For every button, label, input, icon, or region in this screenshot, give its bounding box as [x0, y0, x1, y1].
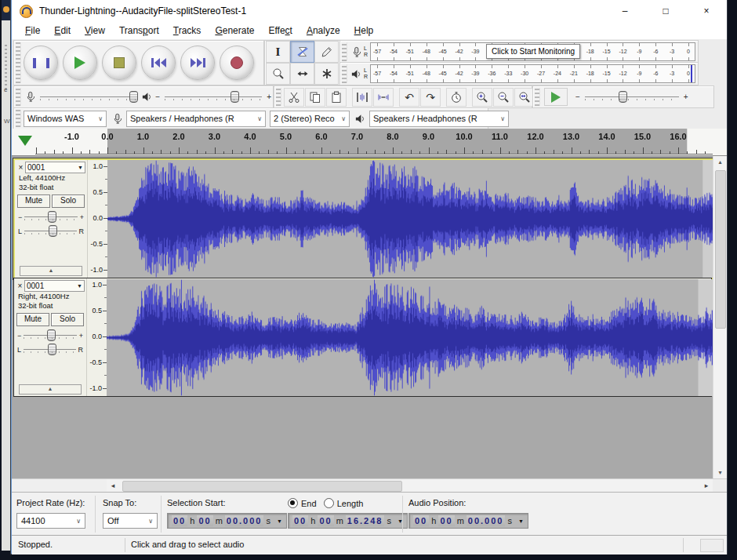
redo-button[interactable]: ↷ — [420, 88, 441, 107]
menu-tracks[interactable]: Tracks — [166, 24, 209, 38]
undo-button[interactable]: ↶ — [399, 88, 419, 107]
close-button[interactable]: × — [686, 0, 727, 22]
slider-thumb[interactable] — [48, 344, 56, 355]
scroll-up-button[interactable]: ▴ — [713, 156, 727, 169]
pan-slider[interactable] — [24, 227, 76, 235]
solo-button[interactable]: Solo — [52, 195, 85, 208]
collapse-track-button[interactable]: ▲ — [20, 266, 82, 276]
menu-file[interactable]: File — [18, 24, 47, 38]
track-name-menu[interactable]: 0001▼ — [24, 280, 85, 292]
menu-transport[interactable]: Transport — [112, 24, 166, 38]
waveform-right[interactable] — [107, 279, 721, 396]
playback-meter-toolbar[interactable]: L R -57-54-51-48-45-42-39-36-33-30-27-24… — [339, 62, 699, 85]
vertical-scale-ruler[interactable]: 1.00.50.0-0.5-1.0 — [87, 160, 107, 278]
play-at-speed-button[interactable] — [544, 88, 568, 106]
selection-end-field[interactable]: 00h 00m 16.248s ▼ — [288, 513, 408, 529]
menu-view[interactable]: View — [78, 24, 112, 38]
waveform-left[interactable] — [107, 160, 726, 278]
skip-to-start-button[interactable] — [141, 45, 176, 80]
toolbar-grabber[interactable] — [16, 110, 21, 127]
maximize-button[interactable]: □ — [645, 0, 686, 22]
scroll-right-button[interactable]: ▸ — [700, 479, 713, 493]
toolbar-grabber[interactable] — [276, 88, 281, 106]
dropdown-icon[interactable]: ▼ — [277, 518, 282, 524]
gain-slider[interactable] — [24, 213, 77, 220]
selection-tool-button[interactable]: I — [266, 41, 290, 63]
audio-track-left[interactable]: × 0001▼ Left, 44100Hz 32-bit float Mute … — [13, 158, 713, 279]
silence-audio-button[interactable] — [373, 88, 394, 107]
scroll-left-button[interactable]: ◂ — [107, 479, 119, 493]
pause-button[interactable] — [24, 45, 58, 80]
track-close-button[interactable]: × — [16, 282, 24, 290]
play-button[interactable] — [63, 45, 97, 80]
gain-slider[interactable] — [24, 332, 76, 339]
paste-button[interactable] — [326, 88, 347, 107]
copy-button[interactable] — [305, 88, 325, 107]
menu-help[interactable]: Help — [347, 24, 381, 38]
draw-tool-button[interactable] — [314, 41, 339, 63]
monitoring-tooltip[interactable]: Click to Start Monitoring — [486, 44, 580, 59]
title-bar[interactable]: Thunder-Lightning--AudacityFile-splitSte… — [12, 0, 727, 22]
toolbar-grabber[interactable] — [16, 42, 21, 83]
mute-button[interactable]: Mute — [16, 313, 49, 326]
audio-position-field[interactable]: 00h 00m 00.000s ▼ — [408, 513, 528, 529]
horizontal-scrollbar[interactable]: ◂ ▸ — [107, 479, 713, 493]
scroll-down-button[interactable]: ▾ — [713, 467, 727, 479]
slider-thumb[interactable] — [47, 329, 56, 341]
menu-generate[interactable]: Generate — [208, 24, 261, 38]
envelope-tool-button[interactable] — [290, 41, 314, 63]
track-name-menu[interactable]: 0001▼ — [25, 162, 85, 173]
audio-track-right[interactable]: × 0001▼ Right, 44100Hz 32-bit float Mute… — [13, 278, 712, 397]
project-rate-select[interactable]: 44100∨ — [16, 513, 85, 529]
slider-thumb[interactable] — [49, 225, 57, 237]
timeshift-tool-button[interactable] — [290, 63, 314, 85]
slider-thumb[interactable] — [619, 91, 627, 103]
vertical-scroll-thumb[interactable] — [715, 170, 726, 329]
timeline-ruler[interactable] — [35, 129, 713, 155]
play-speed-slider[interactable] — [585, 93, 679, 100]
zoom-in-button[interactable] — [472, 88, 492, 107]
toolbar-grabber[interactable] — [16, 88, 21, 106]
menu-effect[interactable]: Effect — [261, 24, 299, 38]
toolbar-grabber[interactable] — [342, 64, 347, 83]
minimize-button[interactable]: – — [604, 0, 645, 22]
recording-meter-toolbar[interactable]: L R -57-54-51-48-45-42-39-36-33-30-27-24… — [339, 40, 699, 64]
sync-lock-button[interactable] — [446, 88, 467, 107]
audio-host-select[interactable]: Windows WAS∨ — [24, 111, 107, 127]
snap-to-select[interactable]: Off∨ — [103, 513, 158, 529]
recording-device-select[interactable]: Speakers / Headphones (R∨ — [126, 111, 266, 127]
selection-start-field[interactable]: 00h 00m 00.000s ▼ — [167, 513, 287, 529]
slider-thumb[interactable] — [129, 91, 138, 103]
vertical-scale-ruler[interactable]: 1.00.50.0-0.5-1.0 — [86, 278, 107, 396]
vertical-scrollbar[interactable]: ▴ ▾ — [713, 156, 727, 479]
slider-thumb[interactable] — [231, 91, 239, 103]
menu-edit[interactable]: Edit — [47, 24, 78, 38]
toolbar-grabber[interactable] — [535, 88, 540, 106]
recording-volume-slider[interactable] — [40, 93, 137, 100]
cut-button[interactable] — [284, 88, 304, 107]
stop-button[interactable] — [102, 45, 136, 80]
solo-button[interactable]: Solo — [51, 313, 84, 326]
skip-to-end-button[interactable] — [180, 45, 215, 80]
multi-tool-button[interactable] — [314, 63, 339, 85]
resize-grip[interactable] — [700, 539, 724, 552]
toolbar-grabber[interactable] — [342, 42, 347, 61]
zoom-tool-button[interactable] — [266, 63, 290, 85]
playback-volume-slider[interactable] — [165, 93, 262, 100]
trim-audio-button[interactable] — [352, 88, 372, 107]
track-area[interactable]: × 0001▼ Left, 44100Hz 32-bit float Mute … — [12, 155, 727, 479]
dropdown-icon[interactable]: ▼ — [518, 518, 524, 524]
recording-channels-select[interactable]: 2 (Stereo) Reco∨ — [270, 111, 350, 127]
zoom-out-button[interactable] — [493, 88, 514, 107]
end-radio[interactable] — [288, 498, 298, 508]
record-button[interactable] — [220, 45, 254, 80]
track-close-button[interactable]: × — [16, 163, 25, 172]
playback-meter-scale[interactable]: -57-54-51-48-45-42-39-36-33-30-27-24-21-… — [370, 64, 695, 83]
slider-thumb[interactable] — [48, 211, 56, 223]
playback-device-select[interactable]: Speakers / Headphones (R∨ — [369, 111, 509, 127]
play-position-pin-icon[interactable] — [18, 136, 32, 146]
pan-slider[interactable] — [24, 346, 75, 353]
menu-analyze[interactable]: Analyze — [300, 24, 347, 38]
collapse-track-button[interactable]: ▲ — [19, 384, 82, 395]
mute-button[interactable]: Mute — [17, 195, 50, 208]
